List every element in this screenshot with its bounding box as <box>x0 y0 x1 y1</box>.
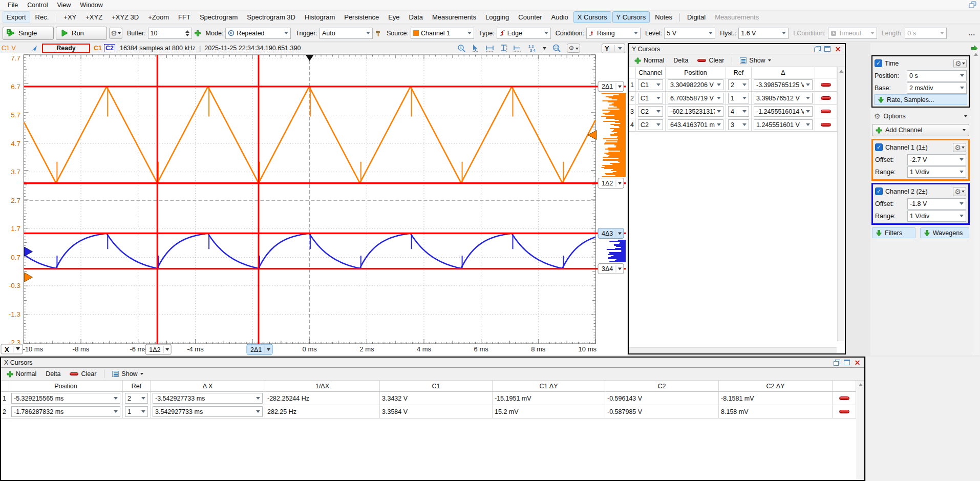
source-select[interactable]: Channel 1 <box>411 28 474 39</box>
value-select[interactable]: 3.398576512 V <box>754 93 813 103</box>
value-select[interactable]: C1 <box>638 93 663 103</box>
add-normal-cursor-button[interactable]: Normal <box>3 369 40 379</box>
spinner-arrows-icon[interactable] <box>185 30 189 36</box>
dropdown-arrow-icon[interactable] <box>542 44 547 52</box>
tab--xyz-3d[interactable]: +XYZ 3D <box>108 11 143 23</box>
y-cursor-flag-1[interactable]: 1Δ2 <box>598 178 624 189</box>
value-select[interactable]: C2 <box>638 106 663 117</box>
zoom-options-icon[interactable] <box>552 44 561 52</box>
tab-rec-[interactable]: Rec. <box>31 11 53 23</box>
hysteresis-select[interactable]: 1.6 V <box>738 28 789 39</box>
channel1-checkbox[interactable]: ✓ <box>875 143 883 151</box>
tab-eye[interactable]: Eye <box>384 11 403 23</box>
table-scrollbar[interactable] <box>837 67 845 341</box>
scroll-up-icon[interactable] <box>972 50 979 58</box>
scroll-up-icon[interactable] <box>857 381 864 388</box>
y-panel-hscrollbar[interactable] <box>629 347 837 353</box>
corner-ruler-icon[interactable] <box>513 45 522 52</box>
remove-cursor-button[interactable] <box>821 123 831 127</box>
value-select[interactable]: -1.786287832 ms <box>11 406 120 417</box>
value-select[interactable]: 2 <box>125 393 148 404</box>
value-select[interactable]: 1 <box>125 406 148 417</box>
clear-cursors-button[interactable]: Clear <box>66 369 100 379</box>
level-select[interactable]: 5 V <box>664 28 715 39</box>
add-delta-cursor-button[interactable]: Delta <box>42 369 64 379</box>
value-select[interactable]: 3.304982206 V <box>668 79 723 90</box>
remove-cursor-button[interactable] <box>839 410 849 413</box>
trigger-select[interactable]: Auto <box>319 28 373 39</box>
cascade-windows-icon[interactable] <box>968 1 977 9</box>
cursor-numbers-icon[interactable]: 1 23 4 <box>527 44 537 52</box>
acquisition-gear-button[interactable]: ⚙ <box>109 28 122 39</box>
channel1-gear-button[interactable]: ⚙ <box>953 143 966 152</box>
value-select[interactable]: 4 <box>728 106 749 117</box>
undock-panel-icon[interactable] <box>833 359 840 366</box>
value-select[interactable]: -3.3985765125 V <box>754 79 813 90</box>
filters-button[interactable]: Filters <box>872 227 915 238</box>
options-button[interactable]: ⚙ Options <box>871 110 970 122</box>
pointer-measure-icon[interactable] <box>472 44 480 52</box>
length-select[interactable]: 0 s <box>905 28 947 39</box>
value-select[interactable]: 3 <box>728 119 749 130</box>
channel2-range-select[interactable]: 1 V/div <box>907 211 966 222</box>
menu-file[interactable]: File <box>3 1 23 10</box>
lcondition-select[interactable]: Timeout <box>828 28 877 39</box>
tab--xy[interactable]: +XY <box>59 11 80 23</box>
x-cursor-flag-1[interactable]: 1Δ2 <box>145 344 171 354</box>
tab-histogram[interactable]: Histogram <box>301 11 339 23</box>
value-select[interactable]: 1 <box>728 93 749 103</box>
tab-measurements[interactable]: Measurements <box>711 11 763 23</box>
tab-notes[interactable]: Notes <box>651 11 676 23</box>
sidebar-scrollbar[interactable] <box>972 50 979 355</box>
channel1-range-select[interactable]: 1 V/div <box>907 166 966 178</box>
x-cursors-titlebar[interactable]: X Cursors ✕ <box>1 358 864 368</box>
tab-persistence[interactable]: Persistence <box>340 11 383 23</box>
value-select[interactable]: -5.329215565 ms <box>11 393 120 404</box>
show-columns-button[interactable]: Show <box>736 56 774 65</box>
y-axis-unit-label[interactable]: C1 V <box>2 45 27 52</box>
y-axis-selector-button[interactable]: Y <box>602 44 625 53</box>
zoom-region-icon[interactable]: 1 <box>457 44 466 52</box>
tab-fft[interactable]: FFT <box>174 11 195 23</box>
value-select[interactable]: C1 <box>638 79 663 90</box>
menu-control[interactable]: Control <box>23 1 52 10</box>
channel1-offset-select[interactable]: -2.7 V <box>907 154 966 165</box>
undock-panel-icon[interactable] <box>813 46 821 52</box>
value-select[interactable]: -1.2455516014 V <box>754 106 813 117</box>
show-columns-button[interactable]: Show <box>109 369 146 379</box>
remove-cursor-button[interactable] <box>821 96 831 100</box>
menu-window[interactable]: Window <box>75 1 107 10</box>
tab-data[interactable]: Data <box>405 11 427 23</box>
channel2-gear-button[interactable]: ⚙ <box>953 187 966 196</box>
channel2-tag[interactable]: C2 <box>104 44 115 52</box>
add-delta-cursor-button[interactable]: Delta <box>670 56 692 65</box>
remove-cursor-button[interactable] <box>839 396 849 400</box>
condition-select[interactable]: Rising <box>586 28 641 39</box>
time-checkbox[interactable]: ✓ <box>875 59 882 67</box>
tab--zoom[interactable]: +Zoom <box>144 11 173 23</box>
tab-digital[interactable]: Digital <box>683 11 710 23</box>
y-cursor-flag-3[interactable]: 3Δ4 <box>598 264 624 274</box>
tab-spectrogram-3d[interactable]: Spectrogram 3D <box>243 11 300 23</box>
channel2-offset-select[interactable]: -1.8 V <box>907 198 966 210</box>
more-options-button[interactable]: ... <box>969 30 977 37</box>
waveform-plot[interactable]: 7.76.75.74.73.72.71.70.7-0.3-1.3-2.3-10 … <box>0 53 627 355</box>
type-select[interactable]: Edge <box>497 28 551 39</box>
buffer-spinner[interactable]: 10 <box>148 28 192 39</box>
single-button[interactable]: 1 Single <box>3 27 54 40</box>
tab-spectrogram[interactable]: Spectrogram <box>196 11 242 23</box>
close-panel-icon[interactable]: ✕ <box>834 46 842 52</box>
add-channel-button[interactable]: Add Channel <box>872 124 969 136</box>
value-select[interactable]: 643.4163701 mV <box>668 119 723 130</box>
remove-cursor-button[interactable] <box>821 83 831 87</box>
channel1-tag[interactable]: C1 <box>94 45 102 52</box>
y-cursors-titlebar[interactable]: Y Cursors ✕ <box>629 44 845 54</box>
rate-samples-button[interactable]: Rate, Samples... <box>874 94 967 105</box>
channel2-checkbox[interactable]: ✓ <box>875 187 883 195</box>
add-buffer-icon[interactable] <box>194 30 201 37</box>
tab--xyz[interactable]: +XYZ <box>81 11 106 23</box>
run-button[interactable]: Run <box>56 27 107 40</box>
maximize-panel-icon[interactable] <box>844 360 850 365</box>
tab-counter[interactable]: Counter <box>514 11 546 23</box>
tab-y-cursors[interactable]: Y Cursors <box>612 11 650 23</box>
